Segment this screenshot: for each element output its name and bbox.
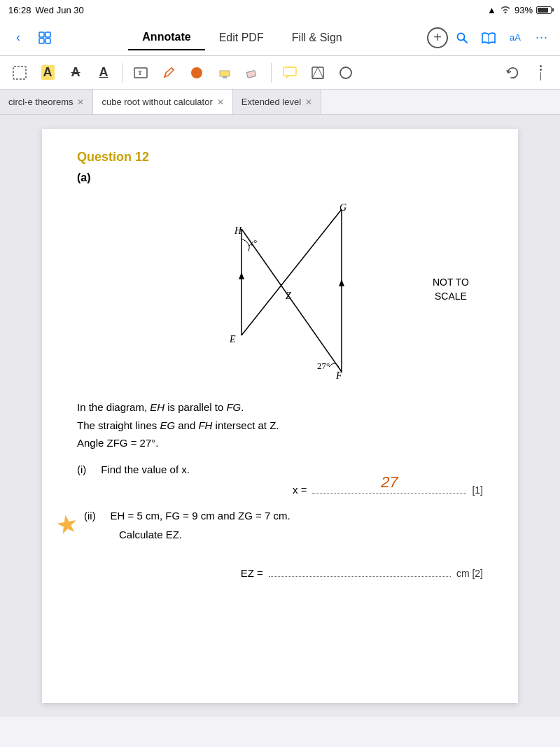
handwritten-answer-x: 27 [381,473,398,491]
page-area: Question 12 (a) G H E F Z [0,115,560,717]
svg-line-28 [241,229,342,372]
separator-2 [271,63,272,83]
doc-tab-label-1: cube root without calculator [102,97,212,107]
svg-rect-1 [46,32,50,37]
back-button[interactable]: ‹ [6,25,31,50]
svg-rect-7 [13,67,26,79]
eraser-tool[interactable] [240,60,265,85]
svg-rect-13 [220,71,230,76]
svg-text:E: E [229,334,236,344]
doc-tab-label-2: Extended level [241,97,301,107]
svg-rect-14 [223,76,227,78]
answer-line-i: x = 27 [1] [77,481,483,496]
svg-rect-0 [39,32,44,37]
doc-tab-close-1[interactable]: ✕ [217,97,224,107]
font-size-button[interactable]: aA [503,25,528,50]
svg-marker-25 [239,272,244,279]
tab-annotate[interactable]: Annotate [128,25,204,50]
sub-part-ii: ★ (ii) EH = 5 cm, FG = 9 cm and ZG = 7 c… [77,510,483,580]
svg-line-5 [464,39,468,43]
svg-point-12 [191,67,202,78]
svg-text:H: H [234,225,242,236]
circle-fill-tool[interactable] [184,60,209,85]
comment-tool[interactable] [277,60,302,85]
more-button[interactable]: ··· [529,25,554,50]
answer-prefix-i: x = [293,484,307,496]
undo-button[interactable] [500,60,525,85]
battery-icon [536,6,552,14]
wifi-icon [500,5,511,15]
svg-rect-2 [39,39,44,43]
grid-button[interactable] [32,25,57,50]
doc-tab-close-0[interactable]: ✕ [77,97,84,107]
battery-percentage: 93% [514,5,533,15]
tab-fill-sign[interactable]: Fill & Sign [278,25,356,50]
doc-tab-label-0: circl-e theorems [8,97,73,107]
not-to-scale-label: NOT TOSCALE [433,276,469,303]
part-i-label: (i) Find the value of x. [77,463,483,475]
time-display: 16:28 [8,5,31,15]
doc-tab-1[interactable]: cube root without calculator ✕ [93,90,232,114]
highlight-text-tool[interactable]: A [35,60,60,85]
marks-ii: cm [2] [456,568,483,579]
svg-rect-3 [46,39,50,43]
diagram-container: G H E F Z [77,195,483,384]
shape-tool[interactable] [305,60,330,85]
geometry-diagram: G H E F Z [182,195,378,384]
problem-text-1: In the diagram, EH is parallel to FG. Th… [77,398,483,452]
part-a-label: (a) [77,172,483,184]
svg-rect-16 [284,67,296,76]
strikethrough-text-tool[interactable]: A [63,60,88,85]
svg-rect-15 [246,70,256,78]
search-button[interactable] [449,25,475,50]
status-bar: 16:28 Wed Jun 30 ▲ 93% [0,0,560,20]
svg-rect-17 [312,67,323,78]
tab-edit-pdf[interactable]: Edit PDF [205,25,278,50]
dotted-line-ii [269,564,451,577]
select-tool[interactable] [7,60,32,85]
part-i-question: Find the value of x. [101,463,190,475]
question-number: Question 12 [77,150,483,165]
svg-line-29 [241,209,342,335]
dotted-line-i: 27 [312,481,466,494]
top-tab-group: Annotate Edit PDF Fill & Sign [59,25,426,50]
star-annotation: ★ [54,508,81,540]
textbox-tool[interactable]: T [128,60,153,85]
svg-line-10 [172,68,174,70]
svg-point-18 [340,67,351,78]
answer-prefix-ii: EZ = [241,567,263,579]
svg-marker-27 [339,279,344,286]
pdf-page: Question 12 (a) G H E F Z [42,129,518,703]
doc-tab-close-2[interactable]: ✕ [305,97,312,107]
part-ii-question: EH = 5 cm, FG = 9 cm and ZG = 7 cm. [111,510,290,522]
signal-icon: ▲ [487,5,496,15]
top-toolbar: ‹ Annotate Edit PDF Fill & Sign + aA ··· [0,20,560,56]
add-button[interactable]: + [427,27,448,48]
more-annotation-button[interactable] [528,60,553,85]
separator-1 [122,63,122,83]
part-ii-question2: Calculate EZ. [119,526,483,544]
svg-text:27°: 27° [317,361,330,371]
doc-tab-2[interactable]: Extended level ✕ [233,90,321,114]
highlighter-tool[interactable] [212,60,237,85]
annotation-toolbar: A A A T [0,56,560,90]
pen-tool[interactable] [156,60,181,85]
sub-part-i: (i) Find the value of x. x = 27 [1] [77,463,483,496]
date-display: Wed Jun 30 [36,5,84,15]
answer-line-ii: EZ = cm [2] [84,564,483,579]
document-tabs: circl-e theorems ✕ cube root without cal… [0,90,560,115]
svg-text:T: T [138,69,142,76]
underline-text-tool[interactable]: A [91,60,116,85]
doc-tab-0[interactable]: circl-e theorems ✕ [0,90,93,114]
part-ii-label: (ii) EH = 5 cm, FG = 9 cm and ZG = 7 cm. [84,510,483,522]
svg-text:x°: x° [248,237,257,248]
marks-i: [1] [472,484,483,496]
circle-outline-tool[interactable] [333,60,358,85]
book-button[interactable] [476,25,501,50]
